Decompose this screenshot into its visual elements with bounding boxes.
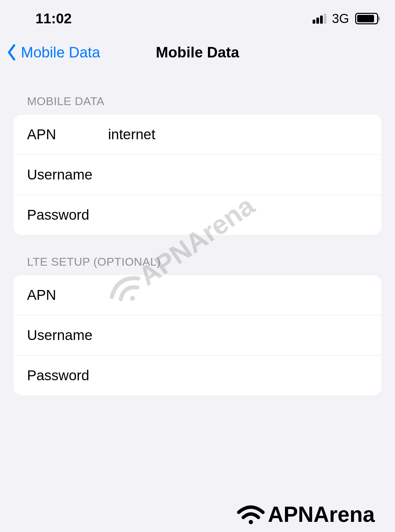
status-indicators: 3G: [313, 11, 378, 26]
password-input[interactable]: [108, 207, 368, 223]
apn-label: APN: [27, 126, 108, 143]
lte-username-label: Username: [27, 327, 108, 343]
section-header-mobile-data: MOBILE DATA: [0, 74, 395, 115]
network-type-label: 3G: [332, 11, 349, 26]
settings-group-lte-setup: APN Username Password: [14, 275, 381, 395]
row-lte-username[interactable]: Username: [14, 315, 381, 356]
apn-input[interactable]: [108, 126, 368, 143]
row-username[interactable]: Username: [14, 155, 381, 195]
back-label: Mobile Data: [21, 44, 100, 61]
lte-password-label: Password: [27, 367, 108, 384]
status-bar: 11:02 3G: [0, 0, 395, 34]
svg-point-1: [249, 520, 253, 524]
username-label: Username: [27, 167, 108, 183]
section-header-lte-setup: LTE SETUP (OPTIONAL): [0, 235, 395, 275]
password-label: Password: [27, 207, 108, 223]
username-input[interactable]: [108, 167, 368, 183]
battery-icon: [355, 13, 378, 24]
watermark-bottom: APNArena: [236, 502, 375, 527]
page-title: Mobile Data: [156, 44, 239, 61]
status-time: 11:02: [35, 10, 72, 27]
row-password[interactable]: Password: [14, 195, 381, 235]
wifi-icon: [236, 503, 266, 526]
lte-apn-input[interactable]: [108, 287, 368, 303]
chevron-left-icon: [7, 44, 17, 61]
lte-username-input[interactable]: [108, 327, 368, 343]
navigation-bar: Mobile Data Mobile Data: [0, 34, 395, 74]
lte-password-input[interactable]: [108, 367, 368, 384]
lte-apn-label: APN: [27, 287, 108, 303]
row-lte-apn[interactable]: APN: [14, 275, 381, 315]
back-button[interactable]: Mobile Data: [7, 44, 100, 61]
row-apn[interactable]: APN: [14, 115, 381, 155]
row-lte-password[interactable]: Password: [14, 356, 381, 395]
signal-strength-icon: [313, 14, 326, 24]
settings-group-mobile-data: APN Username Password: [14, 115, 381, 235]
